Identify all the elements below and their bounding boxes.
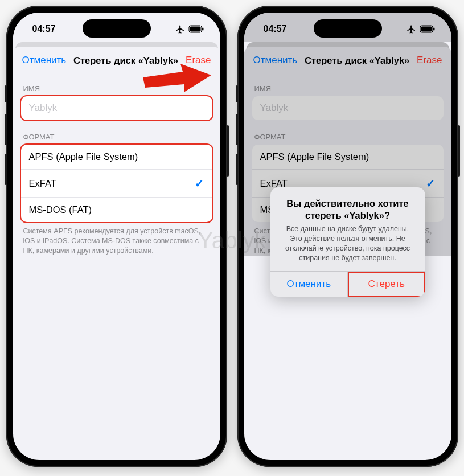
alert-title: Вы действительно хотите стереть «Yablyk»… [280,198,416,221]
airplane-mode-icon [175,24,185,34]
battery-icon [188,25,204,33]
status-time: 04:57 [32,24,56,34]
dynamic-island [83,19,151,38]
alert-cancel-button[interactable]: Отменить [270,272,348,297]
phone-frame-right: 04:57 Отменить Стереть диск «Yablyk» Era… [237,6,458,467]
format-list: APFS (Apple File System) ExFAT ✓ MS-DOS … [21,145,212,222]
format-option-exfat[interactable]: ExFAT ✓ [21,170,212,198]
phone-frame-left: 04:57 Отменить Стереть диск «Yablyk» Era… [6,6,227,467]
format-section-label: ФОРМАТ [13,120,220,145]
page-title: Стереть диск «Yablyk» [66,55,186,66]
format-option-apfs[interactable]: APFS (Apple File System) [21,145,212,170]
alert-message: Все данные на диске будут удалены. Это д… [280,224,416,263]
erase-button[interactable]: Erase [186,55,211,66]
name-section-label: ИМЯ [13,72,220,96]
alert-erase-button[interactable]: Стереть [347,272,425,297]
checkmark-icon: ✓ [195,177,204,190]
format-option-msdos[interactable]: MS-DOS (FAT) [21,198,212,222]
nav-bar: Отменить Стереть диск «Yablyk» Erase [13,47,220,72]
confirm-erase-alert: Вы действительно хотите стереть «Yablyk»… [270,187,425,297]
alert-backdrop: Вы действительно хотите стереть «Yablyk»… [244,13,451,460]
format-footer-note: Система APFS рекомендуется для устройств… [13,222,220,256]
svg-rect-1 [190,27,200,32]
format-option-label: APFS (Apple File System) [29,151,138,162]
format-option-label: ExFAT [29,178,56,189]
cancel-button[interactable]: Отменить [22,55,67,66]
disk-name-input[interactable]: Yablyk [21,96,212,120]
format-option-label: MS-DOS (FAT) [29,204,92,215]
svg-rect-2 [202,28,204,31]
